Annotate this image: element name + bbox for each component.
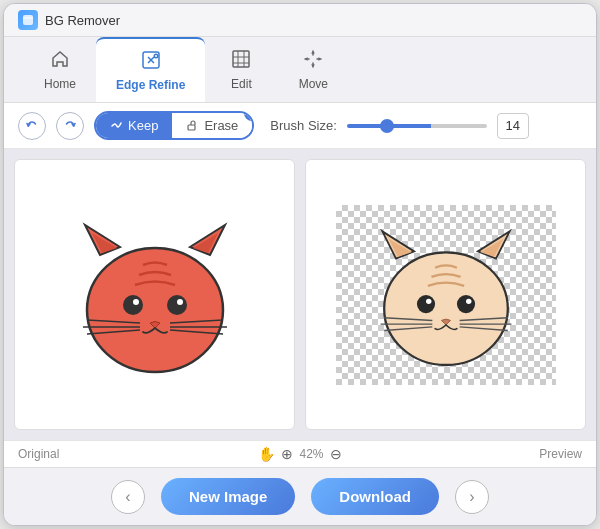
keep-erase-group: Keep Erase 2: [94, 111, 254, 140]
nav-item-edit[interactable]: Edit: [205, 38, 277, 101]
svg-point-18: [133, 299, 139, 305]
original-image-panel: [14, 159, 295, 430]
redo-button[interactable]: [56, 112, 84, 140]
nav-home-label: Home: [44, 77, 76, 91]
nav-edge-refine-label: Edge Refine: [116, 78, 185, 92]
app-window: BG Remover Home Edge Refine: [3, 3, 597, 526]
preview-label: Preview: [394, 447, 582, 461]
svg-point-16: [123, 295, 143, 315]
svg-point-33: [426, 298, 431, 303]
prev-button[interactable]: ‹: [111, 480, 145, 514]
home-icon: [49, 48, 71, 73]
svg-point-30: [384, 252, 508, 365]
svg-point-34: [466, 298, 471, 303]
bottom-bar: ‹ New Image Download ›: [4, 467, 596, 525]
brush-slider[interactable]: [347, 124, 487, 128]
app-icon: [18, 10, 38, 30]
svg-point-31: [416, 295, 434, 313]
undo-button[interactable]: [18, 112, 46, 140]
erase-button[interactable]: Erase: [172, 113, 252, 138]
nav-item-edge-refine[interactable]: Edge Refine: [96, 37, 205, 102]
keep-button[interactable]: Keep: [96, 113, 172, 138]
preview-image-panel: [305, 159, 586, 430]
canvas-area: [4, 149, 596, 440]
new-image-button[interactable]: New Image: [161, 478, 295, 515]
zoom-out-icon[interactable]: ⊖: [330, 446, 342, 462]
hand-tool-icon[interactable]: ✋: [258, 446, 275, 462]
nav-item-home[interactable]: Home: [24, 38, 96, 101]
preview-cat-layer: [336, 205, 556, 385]
svg-rect-9: [188, 125, 195, 130]
edit-icon: [230, 48, 252, 73]
nav-bar: Home Edge Refine: [4, 37, 596, 103]
nav-edit-label: Edit: [231, 77, 252, 91]
svg-point-19: [177, 299, 183, 305]
status-bar: Original ✋ ⊕ 42% ⊖ Preview: [4, 440, 596, 467]
svg-rect-0: [23, 15, 33, 25]
toolbar: Keep Erase 2 Brush Size:: [4, 103, 596, 149]
zoom-value: 42%: [299, 447, 323, 461]
download-button[interactable]: Download: [311, 478, 439, 515]
zoom-in-icon[interactable]: ⊕: [281, 446, 293, 462]
brush-value-input[interactable]: [497, 113, 529, 139]
svg-point-32: [456, 295, 474, 313]
next-button[interactable]: ›: [455, 480, 489, 514]
app-title: BG Remover: [45, 13, 120, 28]
original-label: Original: [18, 447, 206, 461]
title-bar: BG Remover: [4, 4, 596, 37]
move-icon: [302, 48, 324, 73]
brush-size-label: Brush Size:: [270, 118, 336, 133]
nav-item-move[interactable]: Move: [277, 38, 349, 101]
svg-rect-4: [233, 51, 249, 67]
zoom-controls: ✋ ⊕ 42% ⊖: [206, 446, 394, 462]
nav-move-label: Move: [299, 77, 328, 91]
edge-refine-icon: [140, 49, 162, 74]
svg-point-15: [87, 248, 223, 372]
svg-point-17: [167, 295, 187, 315]
